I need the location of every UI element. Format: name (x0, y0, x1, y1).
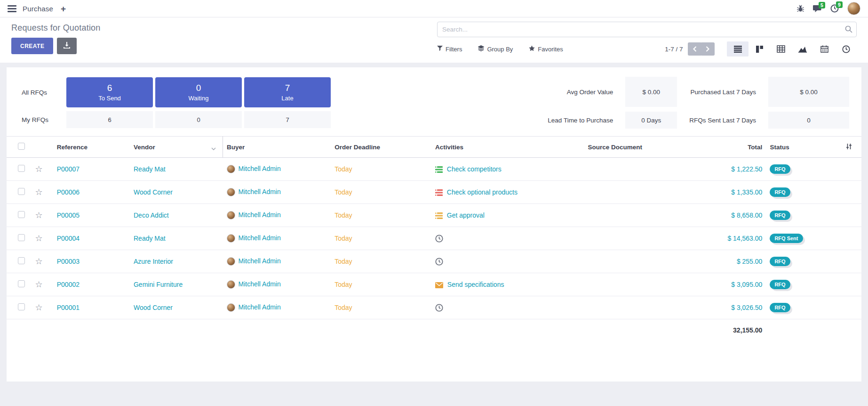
calendar-view-button[interactable] (813, 41, 835, 57)
column-header-status[interactable]: Status (766, 137, 827, 158)
column-header-source-document[interactable]: Source Document (584, 137, 685, 158)
column-header-activities[interactable]: Activities (431, 137, 584, 158)
buyer-link[interactable]: Mitchell Admin (239, 280, 281, 288)
my-rfqs-label[interactable]: My RFQs (19, 116, 64, 123)
favorites-button[interactable]: Favorites (529, 45, 563, 53)
activity-clock-icon[interactable] (435, 258, 443, 266)
activity-tasks-icon[interactable] (435, 166, 443, 173)
select-all-checkbox[interactable] (18, 143, 25, 150)
column-header-buyer[interactable]: Buyer (223, 137, 331, 158)
kanban-view-button[interactable] (749, 41, 770, 57)
favorite-star-icon[interactable]: ☆ (35, 257, 42, 266)
list-view-button[interactable] (727, 41, 749, 57)
buyer-link[interactable]: Mitchell Admin (239, 303, 281, 311)
table-row[interactable]: ☆ P00005 Deco Addict Mitchell Admin Toda… (7, 204, 861, 227)
activity-tasks-icon[interactable] (435, 212, 443, 219)
my-rfqs-waiting[interactable]: 0 (155, 111, 242, 128)
row-checkbox[interactable] (18, 165, 25, 172)
favorite-star-icon[interactable]: ☆ (35, 234, 42, 243)
kpi-card-to-send[interactable]: 6To Send (66, 77, 153, 107)
group-by-button[interactable]: Group By (478, 45, 513, 53)
top-navbar: Purchase + 5 9 (0, 0, 868, 17)
table-row[interactable]: ☆ P00006 Wood Corner Mitchell Admin Toda… (7, 181, 861, 204)
buyer-link[interactable]: Mitchell Admin (239, 165, 281, 172)
reference-link[interactable]: P00002 (57, 281, 80, 288)
activity-clock-icon[interactable] (435, 304, 443, 312)
row-checkbox[interactable] (18, 303, 25, 310)
chevron-down-icon (211, 145, 216, 152)
buyer-link[interactable]: Mitchell Admin (239, 234, 281, 242)
reference-link[interactable]: P00007 (57, 165, 80, 173)
search-icon[interactable] (845, 25, 852, 35)
vendor-link[interactable]: Deco Addict (134, 211, 169, 219)
table-row[interactable]: ☆ P00007 Ready Mat Mitchell Admin Today … (7, 158, 861, 181)
favorite-star-icon[interactable]: ☆ (35, 280, 42, 289)
favorite-star-icon[interactable]: ☆ (35, 187, 42, 197)
activity-email-icon[interactable] (435, 282, 443, 288)
search-input[interactable] (437, 22, 857, 37)
export-button[interactable] (57, 38, 77, 54)
pivot-view-button[interactable] (770, 41, 792, 57)
app-name[interactable]: Purchase (23, 5, 53, 13)
buyer-link[interactable]: Mitchell Admin (239, 188, 281, 195)
kpi-card-waiting[interactable]: 0Waiting (155, 77, 242, 107)
favorite-star-icon[interactable]: ☆ (35, 164, 42, 174)
vendor-link[interactable]: Gemini Furniture (134, 281, 183, 288)
reference-link[interactable]: P00003 (57, 258, 80, 265)
activities-clock-icon[interactable]: 9 (830, 4, 839, 13)
reference-link[interactable]: P00004 (57, 235, 80, 242)
reference-link[interactable]: P00005 (57, 211, 80, 219)
my-rfqs-to-send[interactable]: 6 (66, 111, 153, 128)
table-row[interactable]: ☆ P00002 Gemini Furniture Mitchell Admin… (7, 273, 861, 296)
reference-link[interactable]: P00006 (57, 188, 80, 196)
buyer-link[interactable]: Mitchell Admin (239, 211, 281, 219)
row-checkbox[interactable] (18, 188, 25, 195)
my-rfqs-late[interactable]: 7 (244, 111, 331, 128)
favorite-star-icon[interactable]: ☆ (35, 303, 42, 312)
vendor-link[interactable]: Ready Mat (134, 235, 166, 242)
filters-button[interactable]: Filters (437, 46, 462, 53)
table-row[interactable]: ☆ P00001 Wood Corner Mitchell Admin Toda… (7, 296, 861, 319)
table-row[interactable]: ☆ P00003 Azure Interior Mitchell Admin T… (7, 250, 861, 273)
kpi-card-late[interactable]: 7Late (244, 77, 331, 107)
favorite-star-icon[interactable]: ☆ (35, 211, 42, 220)
user-avatar[interactable] (847, 2, 860, 15)
activity-label[interactable]: Get approval (447, 211, 485, 219)
graph-view-button[interactable] (792, 41, 813, 57)
create-button[interactable]: CREATE (11, 38, 53, 54)
status-badge: RFQ (770, 211, 790, 220)
messages-icon[interactable]: 5 (813, 5, 822, 13)
debug-bug-icon[interactable] (796, 5, 804, 13)
all-rfqs-label[interactable]: All RFQs (19, 89, 64, 96)
column-header-reference[interactable]: Reference (53, 137, 130, 158)
optional-columns-icon[interactable] (845, 144, 852, 151)
status-badge: RFQ (770, 187, 790, 197)
vendor-link[interactable]: Azure Interior (134, 258, 173, 265)
row-checkbox[interactable] (18, 211, 25, 218)
menu-toggle-icon[interactable] (8, 5, 16, 12)
rfqs-sent-last-7-days: 0 (768, 112, 849, 129)
buyer-link[interactable]: Mitchell Admin (239, 257, 281, 265)
column-header-total[interactable]: Total (685, 137, 766, 158)
new-tab-plus-icon[interactable]: + (61, 4, 66, 13)
row-checkbox[interactable] (18, 257, 25, 264)
vendor-link[interactable]: Ready Mat (134, 165, 166, 173)
activity-clock-icon[interactable] (435, 235, 443, 243)
column-header-vendor[interactable]: Vendor (130, 137, 223, 158)
table-footer-row: 32,155.00 (7, 319, 861, 341)
vendor-link[interactable]: Wood Corner (134, 188, 173, 196)
pager-next-button[interactable] (701, 42, 715, 56)
row-checkbox[interactable] (18, 234, 25, 241)
activity-label[interactable]: Send specifications (447, 281, 504, 288)
reference-link[interactable]: P00001 (57, 304, 80, 311)
column-header-order-deadline[interactable]: Order Deadline (331, 137, 431, 158)
activity-tasks-icon[interactable] (435, 189, 443, 196)
activity-view-button[interactable] (835, 41, 857, 57)
activity-label[interactable]: Check competitors (447, 165, 502, 173)
activity-label[interactable]: Check optional products (447, 188, 518, 196)
purchased-last-7-days: $ 0.00 (768, 77, 849, 107)
table-row[interactable]: ☆ P00004 Ready Mat Mitchell Admin Today … (7, 227, 861, 250)
pager-previous-button[interactable] (688, 42, 702, 56)
row-checkbox[interactable] (18, 280, 25, 287)
vendor-link[interactable]: Wood Corner (134, 304, 173, 311)
